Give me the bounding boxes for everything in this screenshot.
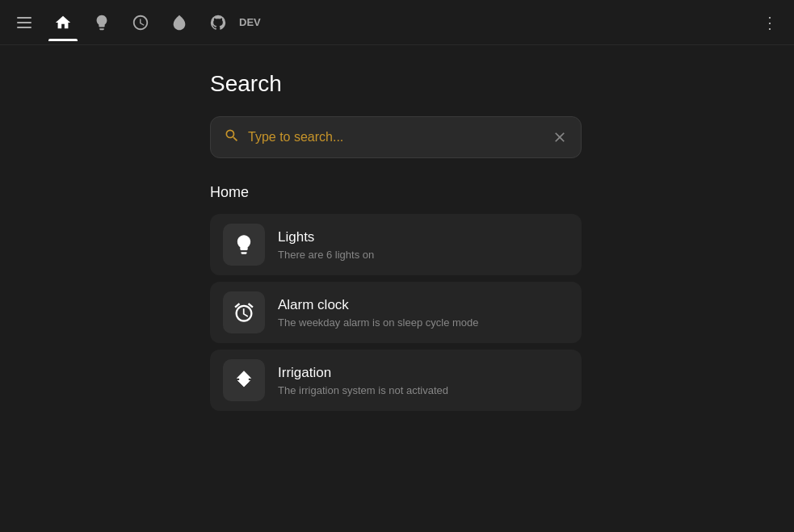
clock-nav-button[interactable] [123, 5, 158, 40]
item-list: Lights There are 6 lights on Alarm clock… [210, 214, 582, 411]
lights-title: Lights [278, 229, 374, 245]
search-box [210, 116, 582, 158]
more-options-button[interactable]: ⋮ [752, 5, 788, 40]
drop-nav-button[interactable] [162, 5, 197, 40]
dev-badge: DEV [239, 16, 261, 28]
menu-button[interactable] [6, 5, 42, 40]
section-title: Home [210, 184, 794, 201]
nav-right: ⋮ [752, 5, 788, 40]
bulb-icon [93, 14, 111, 31]
github-group: DEV [200, 5, 261, 40]
nav-bar: DEV ⋮ [0, 0, 794, 45]
drop-icon [170, 14, 188, 31]
home-icon [54, 14, 72, 31]
alarm-subtitle: The weekday alarm is on sleep cycle mode [278, 316, 479, 329]
irrigation-text: Irrigation The irrigation system is not … [278, 365, 448, 396]
list-item-lights[interactable]: Lights There are 6 lights on [210, 214, 582, 275]
more-options-icon: ⋮ [762, 13, 779, 32]
alarm-clock-icon [233, 301, 255, 324]
github-icon [209, 14, 227, 31]
irrigation-icon-wrapper [223, 359, 265, 401]
search-input[interactable] [248, 130, 552, 145]
irrigation-title: Irrigation [278, 365, 448, 381]
bulb-nav-button[interactable] [84, 5, 120, 40]
search-icon [224, 128, 240, 148]
alarm-title: Alarm clock [278, 297, 479, 313]
search-clear-button[interactable] [552, 129, 568, 145]
light-bulb-icon [233, 233, 255, 256]
page-title: Search [210, 71, 794, 97]
alarm-icon-wrapper [223, 291, 265, 333]
list-item-irrigation[interactable]: Irrigation The irrigation system is not … [210, 350, 582, 411]
hamburger-icon [11, 10, 38, 35]
home-nav-button[interactable] [45, 5, 81, 40]
clear-icon [552, 129, 568, 145]
list-item-alarm[interactable]: Alarm clock The weekday alarm is on slee… [210, 282, 582, 343]
github-nav-button[interactable] [200, 5, 236, 40]
main-content: Search Home Lights There are 6 l [0, 45, 794, 411]
alarm-text: Alarm clock The weekday alarm is on slee… [278, 297, 479, 329]
tree-icon [233, 369, 255, 392]
lights-text: Lights There are 6 lights on [278, 229, 374, 261]
clock-icon [132, 14, 149, 31]
irrigation-subtitle: The irrigation system is not activated [278, 384, 448, 396]
lights-icon-wrapper [223, 224, 265, 266]
nav-left: DEV [6, 5, 261, 40]
lights-subtitle: There are 6 lights on [278, 249, 374, 261]
